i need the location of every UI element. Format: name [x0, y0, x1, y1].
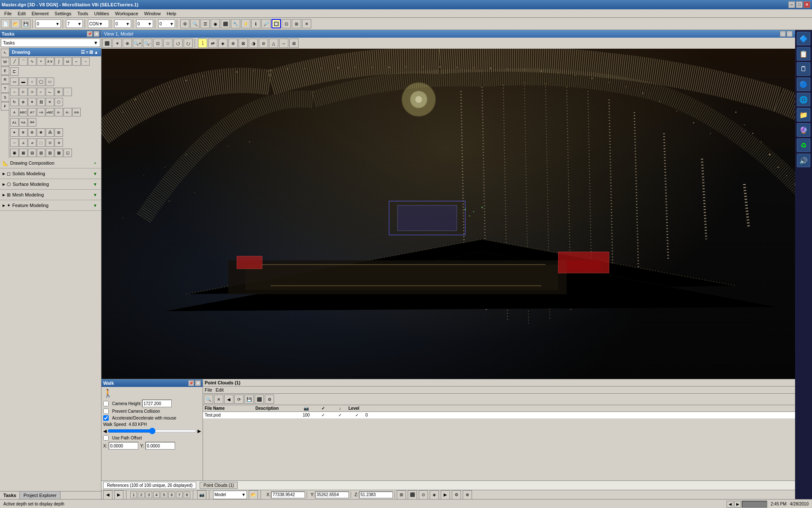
- win-icon-9[interactable]: 🔊: [797, 154, 810, 167]
- t-dim5[interactable]: ⊡: [46, 138, 54, 147]
- viewport-controls[interactable]: ─ □: [780, 31, 793, 37]
- t-st5[interactable]: ⁂: [46, 128, 54, 137]
- y-coord-input[interactable]: [315, 491, 349, 498]
- draw-curve[interactable]: ∫: [55, 57, 63, 66]
- t-st4[interactable]: ❋: [37, 128, 45, 137]
- tb-page-2[interactable]: 2: [138, 491, 145, 498]
- menu-workspace[interactable]: Workspace: [112, 10, 141, 17]
- slider-left-arrow[interactable]: ◀: [103, 428, 107, 434]
- vp-tb-4[interactable]: 🔍-: [143, 39, 152, 48]
- bottom-tb-2[interactable]: ▶: [734, 501, 741, 508]
- win-icon-6[interactable]: 📁: [797, 108, 810, 121]
- pc-tb-4[interactable]: ⟳: [234, 395, 244, 404]
- tb-icon-k[interactable]: ⊞: [292, 19, 301, 28]
- draw-e[interactable]: ⌢: [10, 88, 19, 96]
- panel-close-btn[interactable]: ✕: [93, 31, 99, 37]
- feature-modeling-header[interactable]: ▶ ✦ Feature Modeling ▼: [0, 200, 101, 210]
- win-icon-8[interactable]: ♻: [797, 138, 810, 152]
- t-sym[interactable]: ⊗: [19, 98, 27, 106]
- tool-f[interactable]: F: [1, 102, 9, 110]
- status-back[interactable]: ◀: [103, 490, 112, 500]
- menu-tools[interactable]: Tools: [75, 10, 91, 17]
- camera-height-input[interactable]: [142, 400, 172, 407]
- t-st2[interactable]: ✵: [19, 128, 27, 137]
- t-al3[interactable]: ⊞A: [28, 118, 36, 127]
- draw-d[interactable]: ⊃: [28, 88, 36, 96]
- select-tool[interactable]: ↖: [1, 49, 9, 57]
- vp-tb-10[interactable]: ◈: [218, 39, 228, 48]
- t-dim4[interactable]: ⬚: [37, 138, 45, 147]
- win-icon-1[interactable]: 🔷: [797, 32, 810, 45]
- t-box6[interactable]: ▩: [55, 149, 63, 157]
- project-explorer-tab[interactable]: Project Explorer: [20, 491, 60, 499]
- draw-ellipse[interactable]: ⬭: [46, 77, 54, 86]
- vp-tb-11[interactable]: ⊛: [228, 39, 238, 48]
- tool-r[interactable]: R: [1, 75, 9, 84]
- tb-camera-icon[interactable]: 📷: [197, 490, 206, 500]
- vp-tb-16[interactable]: ↔: [279, 39, 288, 48]
- tool-e[interactable]: E: [1, 66, 9, 75]
- restore-btn[interactable]: □: [796, 1, 803, 8]
- vp-tb-9[interactable]: ⇄: [208, 39, 217, 48]
- references-tab[interactable]: References (100 of 100 unique, 26 displa…: [103, 482, 196, 489]
- close-btn[interactable]: ✕: [804, 1, 810, 8]
- draw-rect2[interactable]: ▬: [19, 77, 27, 86]
- tb-icon-h[interactable]: ℹ: [251, 19, 261, 28]
- camera-height-checkbox[interactable]: [103, 401, 109, 406]
- walk-speed-slider[interactable]: [107, 428, 197, 434]
- menu-utilities[interactable]: Utilities: [92, 10, 112, 17]
- tb-page-6[interactable]: 6: [168, 491, 175, 498]
- win-icon-7[interactable]: 🔮: [797, 123, 810, 137]
- win-icon-2[interactable]: 📋: [797, 47, 810, 61]
- t-A6[interactable]: A↑: [55, 108, 63, 116]
- pc-tb-5[interactable]: 💾: [244, 395, 254, 404]
- status-icon-2[interactable]: ⬛: [408, 490, 417, 500]
- y-input[interactable]: [145, 442, 175, 450]
- vp-tb-15[interactable]: △: [269, 39, 278, 48]
- pc-tb-7[interactable]: ⚙: [265, 395, 274, 404]
- tasks-dropdown[interactable]: Tasks ▼: [1, 39, 100, 47]
- draw-rect[interactable]: ▭: [10, 77, 19, 86]
- vp-tb-3[interactable]: 🔍+: [133, 39, 142, 48]
- draw-arc[interactable]: ⌒: [19, 57, 27, 66]
- pc-row-1[interactable]: Test.pod 100 ✓ ✓ ✓ 0: [203, 412, 795, 419]
- status-icon-3[interactable]: ⊙: [419, 490, 428, 500]
- draw-cross[interactable]: ⊕: [55, 88, 63, 96]
- mesh-modeling-header[interactable]: ▶ ⊞ Mesh Modeling ▼: [0, 190, 101, 200]
- t-A4[interactable]: +A: [37, 108, 45, 116]
- status-icon-6[interactable]: ⚙: [452, 490, 461, 500]
- t-dim3[interactable]: ⌀: [28, 138, 36, 147]
- t-box7[interactable]: ◱: [63, 149, 72, 157]
- vp-tb-17[interactable]: ⊞: [289, 39, 299, 48]
- vp-tb-8[interactable]: ⭮: [184, 39, 193, 48]
- tb-page-7[interactable]: 7: [176, 491, 183, 498]
- vp-tb-1[interactable]: ⬛: [102, 39, 112, 48]
- pc-tb-6[interactable]: ⬛: [255, 395, 264, 404]
- win-icon-4[interactable]: 🔵: [797, 77, 810, 91]
- t-al1[interactable]: A1: [10, 118, 19, 127]
- draw-r2[interactable]: ⌐: [37, 88, 45, 96]
- tb-icon-j[interactable]: ⊡: [282, 19, 291, 28]
- tb-icon-d[interactable]: ◉: [211, 19, 220, 28]
- tb-icon-l[interactable]: ✕: [302, 19, 311, 28]
- draw-joint[interactable]: ⊏: [10, 67, 19, 76]
- t-pt[interactable]: ✦: [28, 98, 36, 106]
- drawing-composition-expand[interactable]: +: [92, 160, 99, 166]
- status-icon-7[interactable]: ⊗: [463, 490, 472, 500]
- menu-file[interactable]: File: [2, 10, 14, 17]
- x-coord-input[interactable]: [271, 491, 305, 498]
- drawing-composition-header[interactable]: 📐 Drawing Composition +: [0, 158, 101, 168]
- slider-right-arrow[interactable]: ▶: [198, 428, 201, 434]
- t-box1[interactable]: ▣: [10, 149, 19, 157]
- status-icon-4[interactable]: ◈: [430, 490, 439, 500]
- win-icon-5[interactable]: 🌐: [797, 93, 810, 106]
- tasks-tab[interactable]: Tasks: [0, 491, 20, 499]
- status-icon-5[interactable]: ▶: [441, 490, 450, 500]
- solids-modeling-header[interactable]: ▶ ◻ Solids Modeling ▼: [0, 168, 101, 179]
- t-link[interactable]: ⛓: [37, 98, 45, 106]
- t-A7[interactable]: A↓: [63, 108, 72, 116]
- draw-spiral[interactable]: ω: [63, 57, 72, 66]
- t-box3[interactable]: ▤: [28, 149, 36, 157]
- tb-icon-c[interactable]: ☰: [200, 19, 210, 28]
- surface-modeling-header[interactable]: ▶ ⬡ Surface Modeling ▼: [0, 179, 101, 189]
